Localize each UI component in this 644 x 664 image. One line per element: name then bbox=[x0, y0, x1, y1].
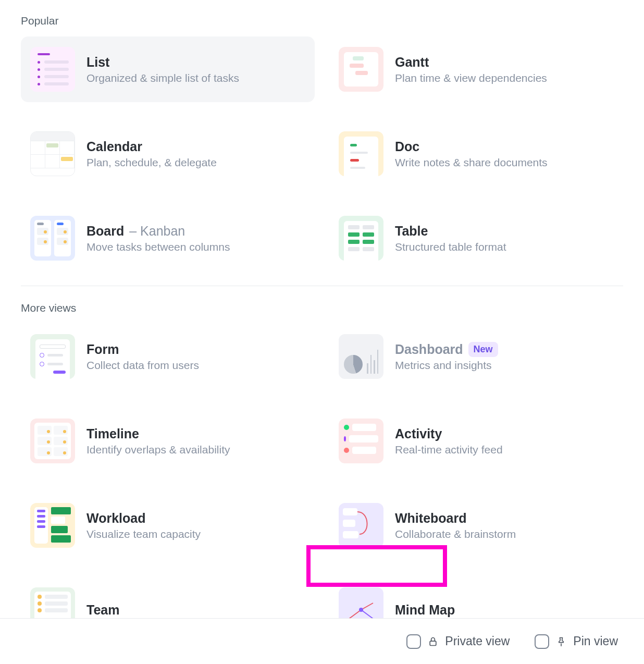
list-icon bbox=[30, 47, 75, 92]
calendar-icon bbox=[30, 131, 75, 176]
private-view-label: Private view bbox=[445, 634, 510, 648]
whiteboard-icon bbox=[339, 503, 383, 548]
activity-icon bbox=[339, 419, 383, 463]
private-view-checkbox[interactable] bbox=[406, 634, 421, 649]
view-option-gantt[interactable]: Gantt Plan time & view dependencies bbox=[329, 36, 623, 102]
view-title: Dashboard bbox=[395, 342, 463, 357]
popular-grid: List Organized & simple list of tasks Ga… bbox=[21, 36, 623, 271]
private-view-toggle[interactable]: Private view bbox=[401, 631, 515, 652]
view-title: Mind Map bbox=[395, 602, 455, 618]
view-selector-panel: Popular List Organized & simple list of … bbox=[0, 0, 644, 664]
view-desc: Visualize team capacity bbox=[86, 528, 201, 540]
workload-icon bbox=[30, 503, 75, 548]
dashboard-icon bbox=[339, 334, 383, 379]
view-desc: Identify overlaps & availability bbox=[86, 444, 230, 456]
view-title: Form bbox=[86, 342, 119, 357]
svg-point-0 bbox=[359, 608, 363, 612]
view-title: Calendar bbox=[86, 139, 142, 154]
table-icon bbox=[339, 216, 383, 261]
view-option-form[interactable]: Form Collect data from users bbox=[21, 324, 315, 389]
view-title: Activity bbox=[395, 426, 442, 441]
doc-icon bbox=[339, 131, 383, 176]
view-option-activity[interactable]: Activity Real-time activity feed bbox=[329, 408, 623, 474]
view-title: Doc bbox=[395, 139, 419, 154]
view-option-timeline[interactable]: Timeline Identify overlaps & availabilit… bbox=[21, 408, 315, 474]
board-icon bbox=[30, 216, 75, 261]
view-desc: Plan, schedule, & delegate bbox=[86, 156, 217, 169]
section-title-popular: Popular bbox=[21, 15, 623, 27]
view-option-table[interactable]: Table Structured table format bbox=[329, 205, 623, 271]
view-desc: Real-time activity feed bbox=[395, 444, 503, 456]
pin-view-toggle[interactable]: Pin view bbox=[529, 631, 623, 652]
view-option-workload[interactable]: Workload Visualize team capacity bbox=[21, 493, 315, 558]
more-views-grid: Form Collect data from users Dashboard N… bbox=[21, 324, 623, 643]
view-desc: Metrics and insights bbox=[395, 359, 498, 372]
pin-view-label: Pin view bbox=[573, 634, 618, 648]
badge-new: New bbox=[468, 342, 498, 357]
view-option-whiteboard[interactable]: Whiteboard Collaborate & brainstorm bbox=[329, 493, 623, 558]
view-desc: Plan time & view dependencies bbox=[395, 72, 547, 84]
view-title: Gantt bbox=[395, 55, 429, 70]
pin-view-checkbox[interactable] bbox=[535, 634, 549, 649]
section-divider bbox=[21, 286, 623, 286]
view-option-dashboard[interactable]: Dashboard New Metrics and insights bbox=[329, 324, 623, 389]
view-desc: Collect data from users bbox=[86, 359, 199, 372]
view-title: Workload bbox=[86, 511, 145, 526]
view-suffix: – Kanban bbox=[129, 224, 185, 239]
view-option-doc[interactable]: Doc Write notes & share documents bbox=[329, 121, 623, 187]
svg-rect-1 bbox=[430, 641, 437, 645]
view-option-calendar[interactable]: Calendar Plan, schedule, & delegate bbox=[21, 121, 315, 187]
view-desc: Write notes & share documents bbox=[395, 156, 548, 169]
gantt-icon bbox=[339, 47, 383, 92]
lock-icon bbox=[427, 636, 439, 647]
view-title: Team bbox=[86, 602, 119, 618]
view-title: Board bbox=[86, 224, 124, 239]
timeline-icon bbox=[30, 419, 75, 463]
pin-icon bbox=[555, 636, 567, 647]
footer-bar: Private view Pin view bbox=[0, 618, 644, 664]
view-desc: Collaborate & brainstorm bbox=[395, 528, 516, 540]
view-title: List bbox=[86, 55, 109, 70]
view-desc: Structured table format bbox=[395, 241, 506, 253]
view-desc: Move tasks between columns bbox=[86, 241, 230, 253]
view-title: Table bbox=[395, 224, 428, 239]
view-option-list[interactable]: List Organized & simple list of tasks bbox=[21, 36, 315, 102]
view-title: Timeline bbox=[86, 426, 139, 441]
view-title: Whiteboard bbox=[395, 511, 467, 526]
section-title-more: More views bbox=[21, 302, 623, 314]
view-option-board[interactable]: Board – Kanban Move tasks between column… bbox=[21, 205, 315, 271]
view-desc: Organized & simple list of tasks bbox=[86, 72, 239, 84]
form-icon bbox=[30, 334, 75, 379]
